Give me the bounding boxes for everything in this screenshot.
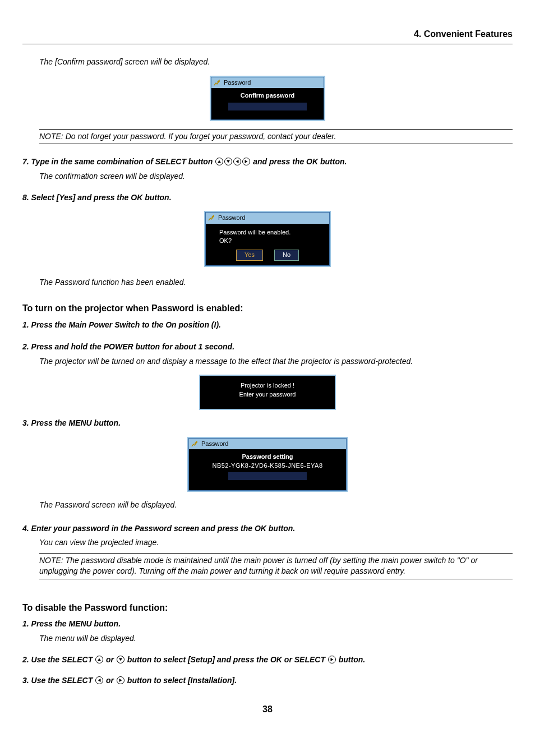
figure-locked: Projector is locked ! Enter your passwor… (22, 375, 513, 410)
select-left-icon (95, 676, 103, 684)
secB-s2-lead: Use the SELECT (31, 655, 95, 664)
secA-s4-sub: You can view the projected image. (39, 537, 513, 548)
select-right-icon (242, 158, 250, 165)
dialog-line1: Password will be enabled. (211, 228, 324, 237)
after-dlg3: The Password screen will be displayed. (39, 500, 513, 511)
dialog-title: Password (224, 79, 251, 87)
step-number: 7. (22, 157, 29, 166)
step7-lead: Type in the same combination of SELECT b… (31, 157, 213, 166)
step-number: 3. (22, 676, 29, 685)
note-password-forget: NOTE: Do not forget your password. If yo… (39, 129, 513, 145)
step-number: 8. (22, 193, 29, 202)
secB-s3-lead: Use the SELECT (31, 676, 95, 685)
dialog-password-setting: Password Password setting NB52-YGK8-2VD6… (187, 437, 348, 492)
select-left-icon (233, 158, 241, 165)
section-turn-on: To turn on the projector when Password i… (22, 302, 513, 315)
secB-s2-mid2: button to select [Setup] and press the O… (125, 655, 328, 664)
step-number: 4. (22, 524, 29, 533)
after-dlg2: The Password function has been enabled. (39, 277, 513, 288)
secB-s1-text: Press the MENU button. (31, 619, 121, 628)
key-icon (191, 441, 199, 448)
page-number: 38 (22, 703, 513, 716)
password-input-field (228, 472, 307, 480)
no-button[interactable]: No (274, 250, 299, 260)
dialog-label: Confirm password (217, 91, 318, 100)
secB-s3-mid: or (104, 676, 116, 685)
section-disable: To disable the Password function: (22, 602, 513, 614)
dialog-title: Password (218, 214, 245, 222)
step7-tail: and press the OK button. (253, 157, 347, 166)
step-number: 2. (22, 655, 29, 664)
step-number: 3. (22, 418, 29, 427)
locked-line2: Enter your password (239, 390, 296, 399)
dialog-title: Password (201, 440, 228, 448)
note-password-disable-mode: NOTE: The password disable mode is maint… (39, 553, 513, 579)
step8-text: Select [Yes] and press the OK button. (31, 193, 172, 202)
yes-button[interactable]: Yes (236, 250, 263, 260)
dialog-confirm-password: Password Confirm password (210, 76, 325, 121)
step7-sub: The confirmation screen will be displaye… (39, 171, 513, 182)
step-number: 2. (22, 342, 29, 351)
select-right-icon (328, 656, 336, 663)
dialog-enable-confirm: Password Password will be enabled. OK? Y… (204, 211, 331, 267)
secA-s2-sub: The projector will be turned on and disp… (39, 356, 513, 367)
select-right-icon (117, 676, 124, 684)
intro-line: The [Confirm password] screen will be di… (39, 57, 513, 68)
select-up-icon (215, 158, 223, 165)
secB-s1-sub: The menu will be displayed. (39, 633, 513, 644)
password-code: NB52-YGK8-2VD6-K585-JNE6-EYA8 (195, 462, 340, 470)
select-down-icon (117, 656, 124, 663)
secB-s2-tail: button. (336, 655, 365, 664)
locked-line1: Projector is locked ! (239, 381, 296, 390)
select-up-icon (95, 656, 103, 663)
key-icon (214, 80, 222, 86)
dialog-label: Password setting (195, 453, 340, 461)
dialog-line2: OK? (211, 237, 324, 245)
secA-s4-text: Enter your password in the Password scre… (31, 524, 296, 533)
key-icon (208, 215, 216, 222)
secB-s2-mid: or (104, 655, 116, 664)
select-down-icon (224, 158, 232, 165)
locked-message-box: Projector is locked ! Enter your passwor… (199, 375, 336, 410)
secA-s3-text: Press the MENU button. (31, 418, 121, 427)
step-number: 1. (22, 320, 29, 329)
secA-s1-text: Press the Main Power Switch to the On po… (31, 320, 221, 329)
secA-s2-text: Press and hold the POWER button for abou… (31, 342, 234, 351)
step-number: 1. (22, 619, 29, 628)
figure-confirm-password: Password Confirm password (22, 76, 513, 121)
chapter-header: 4. Convenient Features (22, 28, 513, 44)
figure-enable-confirm: Password Password will be enabled. OK? Y… (22, 211, 513, 267)
figure-password-setting: Password Password setting NB52-YGK8-2VD6… (22, 437, 513, 492)
password-input-field (228, 103, 307, 110)
secB-s3-tail: button to select [Installation]. (125, 676, 237, 685)
